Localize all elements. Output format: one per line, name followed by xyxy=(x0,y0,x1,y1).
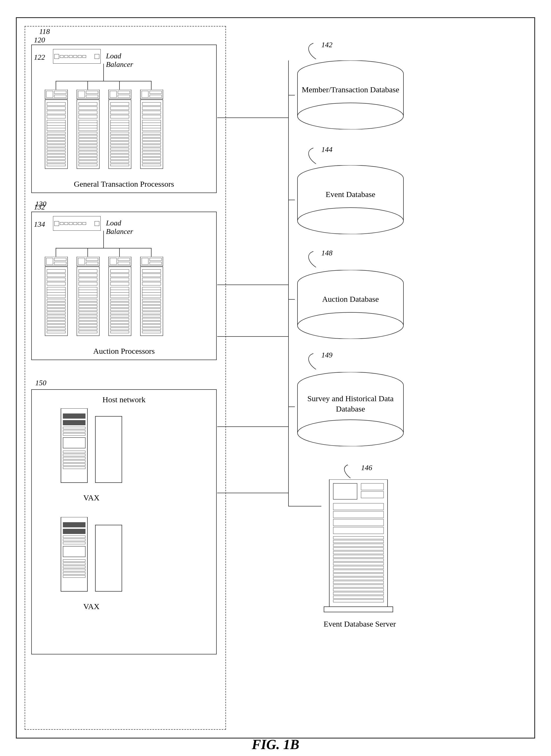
host-network-box: Host network VAX xyxy=(31,389,217,655)
svg-rect-41 xyxy=(79,145,97,147)
svg-rect-191 xyxy=(142,331,161,333)
svg-rect-188 xyxy=(142,321,161,323)
auction-db-cylinder: Auction Database xyxy=(295,270,406,340)
svg-rect-63 xyxy=(110,139,129,141)
svg-rect-85 xyxy=(142,132,161,134)
page-container: 118 120 122 LoadBalancer xyxy=(16,17,535,739)
svg-rect-38 xyxy=(79,135,97,138)
svg-rect-258 xyxy=(333,555,384,558)
svg-rect-128 xyxy=(79,282,97,285)
svg-rect-31 xyxy=(79,111,97,114)
svg-rect-53 xyxy=(110,102,129,105)
server-rack-3 xyxy=(107,90,132,169)
svg-rect-102 xyxy=(47,274,65,277)
svg-rect-136 xyxy=(79,309,97,311)
server-rack-1 xyxy=(44,90,69,169)
svg-rect-260 xyxy=(333,562,384,565)
svg-rect-7 xyxy=(47,111,65,114)
svg-rect-186 xyxy=(142,315,161,317)
svg-rect-8 xyxy=(47,115,65,118)
svg-rect-140 xyxy=(79,321,97,323)
svg-rect-210 xyxy=(63,539,85,541)
svg-rect-64 xyxy=(110,142,129,144)
svg-rect-121 xyxy=(78,258,85,265)
ref-142-arrow xyxy=(298,41,324,62)
svg-rect-187 xyxy=(142,318,161,320)
svg-rect-27 xyxy=(86,95,98,97)
figure-label: FIG. 1B xyxy=(252,737,299,752)
svg-rect-202 xyxy=(63,460,85,463)
svg-rect-204 xyxy=(63,467,85,469)
svg-rect-94 xyxy=(142,161,161,163)
ref-144-arrow xyxy=(298,145,324,167)
server-rack-4 xyxy=(139,90,164,169)
svg-rect-249 xyxy=(333,503,384,510)
lb1-h-line xyxy=(56,81,151,81)
svg-rect-185 xyxy=(142,312,161,314)
svg-rect-270 xyxy=(333,599,384,602)
svg-rect-142 xyxy=(79,328,97,330)
svg-rect-112 xyxy=(47,309,65,311)
svg-rect-99 xyxy=(54,262,66,265)
svg-rect-209 xyxy=(63,536,85,538)
svg-rect-184 xyxy=(142,309,161,311)
auction-server-2 xyxy=(75,257,101,336)
svg-rect-247 xyxy=(361,483,384,490)
auction-server-3 xyxy=(107,257,132,336)
svg-rect-218 xyxy=(63,575,85,577)
svg-rect-200 xyxy=(63,454,85,456)
event-db-server-drawing xyxy=(321,479,396,617)
svg-rect-219 xyxy=(95,525,122,591)
svg-rect-54 xyxy=(110,106,129,110)
svg-rect-56 xyxy=(110,115,129,118)
svg-rect-213 xyxy=(63,559,85,562)
svg-rect-91 xyxy=(142,151,161,153)
svg-rect-263 xyxy=(333,573,384,576)
drop4 xyxy=(151,81,151,90)
svg-rect-51 xyxy=(118,95,130,97)
svg-rect-114 xyxy=(47,315,65,317)
svg-rect-163 xyxy=(110,318,129,320)
svg-rect-13 xyxy=(47,132,65,134)
ref-118: 118 xyxy=(39,27,50,36)
svg-rect-89 xyxy=(142,145,161,147)
svg-rect-90 xyxy=(142,148,161,150)
svg-rect-32 xyxy=(79,115,97,118)
svg-rect-147 xyxy=(118,262,130,265)
svg-rect-127 xyxy=(79,278,97,281)
svg-rect-207 xyxy=(63,522,85,527)
svg-rect-123 xyxy=(86,262,98,265)
svg-rect-44 xyxy=(79,154,97,157)
svg-rect-146 xyxy=(118,258,130,261)
svg-rect-251 xyxy=(333,519,384,526)
svg-rect-194 xyxy=(63,420,85,425)
svg-rect-20 xyxy=(47,154,65,157)
ref-146-arrow xyxy=(335,464,356,479)
svg-rect-86 xyxy=(142,135,161,138)
survey-db-cylinder: Survey and Historical Data Database xyxy=(295,372,406,447)
svg-rect-193 xyxy=(63,414,85,419)
host-to-event-server-line1 xyxy=(217,426,289,427)
ap-to-survey-db-line xyxy=(217,336,289,337)
event-db-cylinder: Event Database xyxy=(295,165,406,235)
svg-rect-80 xyxy=(142,115,161,118)
to-event-db xyxy=(288,200,295,200)
svg-rect-217 xyxy=(63,572,85,574)
svg-rect-190 xyxy=(142,328,161,330)
svg-rect-97 xyxy=(46,258,53,265)
svg-rect-62 xyxy=(110,135,129,138)
svg-rect-19 xyxy=(47,151,65,153)
svg-rect-126 xyxy=(79,274,97,277)
svg-rect-50 xyxy=(118,91,130,93)
svg-rect-69 xyxy=(110,158,129,160)
lb1-down-line xyxy=(103,64,104,81)
ap-drop2 xyxy=(87,248,88,257)
load-balancer-device-2 xyxy=(53,216,101,231)
to-member-db xyxy=(288,95,295,95)
svg-rect-268 xyxy=(333,592,384,595)
svg-rect-22 xyxy=(47,161,65,163)
svg-rect-137 xyxy=(79,312,97,314)
svg-rect-175 xyxy=(142,278,161,281)
ap-drop1 xyxy=(56,248,56,257)
svg-rect-208 xyxy=(63,529,85,534)
